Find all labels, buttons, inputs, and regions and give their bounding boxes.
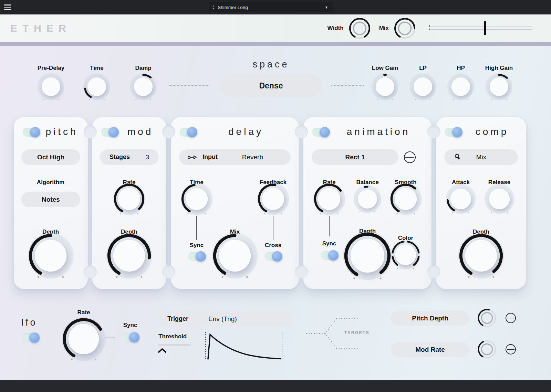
hp-knob[interactable] xyxy=(445,71,476,102)
delay-cross-toggle[interactable] xyxy=(265,252,281,261)
comp-enable-toggle[interactable] xyxy=(445,128,461,137)
algorithm-label: Algorithm xyxy=(37,179,64,186)
threshold-handle-icon[interactable] xyxy=(158,348,167,353)
preset-down-icon[interactable]: ▼ xyxy=(212,7,215,10)
anim-depth-knob[interactable] xyxy=(340,228,396,284)
preset-up-icon[interactable]: ▲ xyxy=(212,4,215,7)
animation-shape-value: Rect 1 xyxy=(312,153,398,161)
delay-sync-toggle[interactable] xyxy=(188,252,205,261)
output-slider[interactable] xyxy=(429,21,532,36)
preset-name: Shimmer Long xyxy=(218,5,248,10)
damp-knob[interactable] xyxy=(128,71,159,102)
space-mode-button[interactable]: Dense xyxy=(220,74,322,97)
trigger-selector[interactable]: Trigger Env (Trig) xyxy=(157,311,291,326)
toggle-thumb xyxy=(108,127,119,137)
anim-rate-knob[interactable] xyxy=(311,181,348,218)
target-2-amount-knob[interactable] xyxy=(476,338,499,361)
low-gain-knob[interactable] xyxy=(370,71,401,102)
connector-line xyxy=(273,216,273,240)
toggle-thumb xyxy=(320,127,330,137)
connector-line xyxy=(329,216,330,236)
lfo-sync-toggle[interactable] xyxy=(122,333,138,342)
mod-enable-toggle[interactable] xyxy=(101,128,118,137)
animation-title: animation xyxy=(329,126,428,137)
input-label: Input xyxy=(202,153,218,161)
slider-tick xyxy=(429,25,430,27)
pitch-algorithm-selector[interactable]: Notes xyxy=(21,192,80,207)
preset-spinner[interactable]: ▲ ▼ xyxy=(209,4,218,10)
connector-line xyxy=(196,216,197,240)
stages-value: 3 xyxy=(145,153,149,161)
panel-animation: animation Rect 1 Rate Balance Smooth Syn… xyxy=(303,117,432,289)
anim-balance-knob[interactable] xyxy=(352,183,384,215)
routing-icon xyxy=(453,153,461,161)
toggle-thumb xyxy=(196,251,206,262)
threshold-slider[interactable] xyxy=(158,344,190,346)
minus-circle-icon[interactable] xyxy=(404,151,416,163)
minus-circle-icon[interactable] xyxy=(506,344,516,354)
dotted-connector xyxy=(169,85,209,86)
pitch-algorithm-value: Notes xyxy=(21,196,80,203)
high-gain-knob[interactable] xyxy=(484,71,514,102)
panel-mod: mod Stages 3 Rate Depth xyxy=(92,117,166,289)
envelope-display xyxy=(205,332,283,361)
panel-pitch: pitch Oct High Algorithm Notes Depth xyxy=(14,117,88,289)
mix-knob[interactable] xyxy=(392,15,418,42)
pitch-title: pitch xyxy=(39,126,84,137)
toggle-thumb xyxy=(29,332,40,343)
pitch-depth-knob[interactable] xyxy=(24,230,77,282)
comp-depth-knob[interactable] xyxy=(455,230,508,282)
ether-plugin-window: ▲ ▼ Shimmer Long ▼ ETHER Width Mix Pre-D… xyxy=(0,0,551,392)
target-1-amount-knob[interactable] xyxy=(476,307,499,330)
dotted-connector xyxy=(331,85,364,86)
animation-enable-toggle[interactable] xyxy=(312,128,329,137)
chevron-down-icon[interactable]: ▼ xyxy=(325,6,333,9)
target-slot-1[interactable]: Pitch Depth xyxy=(391,311,469,326)
comp-release-knob[interactable] xyxy=(482,182,517,216)
delay-enable-toggle[interactable] xyxy=(180,128,196,137)
signal-flow-icon xyxy=(187,154,198,161)
animation-shape-selector[interactable]: Rect 1 xyxy=(312,149,398,165)
width-label: Width xyxy=(328,25,344,32)
delay-time-knob[interactable] xyxy=(178,181,215,218)
comp-title: comp xyxy=(461,126,523,137)
low-gain-label: Low Gain xyxy=(372,65,398,72)
width-knob[interactable] xyxy=(346,15,373,42)
preset-selector[interactable]: ▲ ▼ Shimmer Long ▼ xyxy=(209,2,333,12)
mod-stages-selector[interactable]: Stages 3 xyxy=(100,149,159,165)
lp-knob[interactable] xyxy=(407,71,438,102)
anim-color-knob[interactable] xyxy=(388,237,423,272)
comp-attack-knob[interactable] xyxy=(444,182,478,216)
slider-handle[interactable] xyxy=(484,21,486,35)
anim-sync-toggle[interactable] xyxy=(321,251,337,260)
minus-circle-icon[interactable] xyxy=(506,313,516,323)
menu-icon[interactable] xyxy=(4,4,11,10)
lfo-section: lfo Rate Sync Trigger Env (Trig) Thresho… xyxy=(0,296,551,380)
header-controls: Width Mix xyxy=(328,15,532,42)
panel-notch xyxy=(162,265,175,278)
comp-mode-selector[interactable]: Mix xyxy=(444,149,518,165)
delay-mix-knob[interactable] xyxy=(209,230,261,282)
mix-label: Mix xyxy=(379,25,389,32)
footer-bar xyxy=(0,380,551,392)
comp-mode-value: Mix xyxy=(476,153,486,161)
time-label: Time xyxy=(90,65,103,72)
target-2-value: Mod Rate xyxy=(391,346,469,353)
pitch-voicing-selector[interactable]: Oct High xyxy=(21,149,80,165)
delay-input-selector[interactable]: Input Reverb xyxy=(179,149,291,165)
panel-notch xyxy=(162,125,175,138)
pitch-enable-toggle[interactable] xyxy=(23,128,39,137)
predelay-knob[interactable] xyxy=(35,71,66,102)
threshold-label: Threshold xyxy=(158,333,187,340)
mod-rate-knob[interactable] xyxy=(111,181,148,218)
toggle-thumb xyxy=(328,250,339,261)
lfo-rate-knob[interactable] xyxy=(59,314,109,364)
target-slot-2[interactable]: Mod Rate xyxy=(391,342,469,357)
lfo-enable-toggle[interactable] xyxy=(22,333,39,342)
slider-tick xyxy=(429,29,430,30)
anim-smooth-knob[interactable] xyxy=(387,181,424,218)
time-knob[interactable] xyxy=(81,71,112,102)
mod-depth-knob[interactable] xyxy=(103,230,156,282)
delay-feedback-knob[interactable] xyxy=(255,181,292,218)
high-gain-label: High Gain xyxy=(485,65,513,72)
